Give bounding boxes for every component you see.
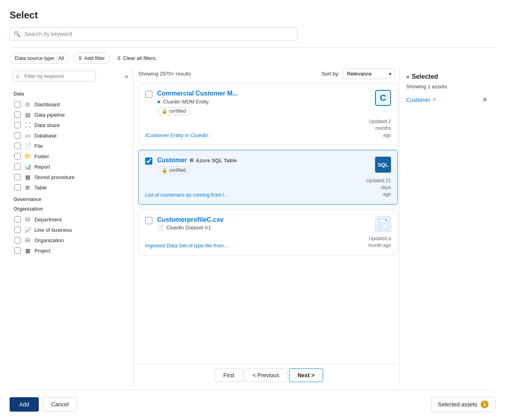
sidebar-item-table[interactable]: ⊞ Table <box>13 182 130 193</box>
checkbox-data-pipeline[interactable] <box>14 111 21 118</box>
checkbox-file[interactable] <box>14 143 21 149</box>
card-2-subtitle: Azure SQL Table <box>196 157 237 163</box>
sidebar-label-database: Database <box>34 133 57 139</box>
sidebar-item-database[interactable]: ▭ Database <box>13 130 130 141</box>
card-2-logo: SQL <box>375 157 391 173</box>
stored-procedure-icon: ▦ <box>24 174 31 180</box>
file-icon: 📄 <box>24 143 31 149</box>
sidebar-label-data-pipeline: Data pipeline <box>34 112 65 118</box>
certified-icon-2: 🔒 <box>162 167 168 173</box>
section-label-governance: Governance <box>13 197 130 202</box>
sidebar-item-data-pipeline[interactable]: ▤ Data pipeline <box>13 109 130 120</box>
sidebar-item-dashboard[interactable]: ⊙ Dashboard <box>13 99 130 109</box>
asset-card-3: CustomerprofileC.csv 📄 Cluedin Dataset V… <box>138 209 398 256</box>
remove-selected-item-button[interactable]: ✕ <box>481 95 489 104</box>
external-link-icon: ↗ <box>432 97 436 102</box>
data-source-type-label: Data source type : All <box>15 55 64 61</box>
sidebar-item-folder[interactable]: 📁 Folder <box>13 151 130 161</box>
cluedin-logo-small-1: ● <box>157 98 160 105</box>
filter-bar: Data source type : All ⧖ Add filter ⧖ Cl… <box>10 52 495 64</box>
results-count: Showing 2970+ results <box>138 71 191 77</box>
sidebar-label-table: Table <box>34 185 47 191</box>
dialog-title: Select <box>10 10 495 21</box>
certified-icon-1: 🔒 <box>162 108 168 114</box>
sidebar-item-organization[interactable]: ⛁ Organization <box>13 235 130 245</box>
checkbox-line-of-business[interactable] <box>14 227 21 233</box>
cancel-button[interactable]: Cancel <box>43 397 77 412</box>
card-1-title[interactable]: Commercial Customer M... <box>157 90 370 97</box>
card-2-title[interactable]: Customer <box>157 157 187 164</box>
clear-filters-button[interactable]: ⧖ Clear all filters <box>114 53 159 63</box>
bottom-bar: Add Cancel Selected assets 1 <box>10 390 495 420</box>
checkbox-folder[interactable] <box>14 153 21 159</box>
card-2-checkbox[interactable] <box>145 157 152 165</box>
sidebar-item-line-of-business[interactable]: 📈 Line of business <box>13 225 130 235</box>
next-button[interactable]: Next > <box>289 368 323 382</box>
card-3-logo: 📄 <box>375 216 391 232</box>
first-button[interactable]: First <box>215 368 242 382</box>
sort-label: Sort by: <box>321 71 339 77</box>
sort-select[interactable]: Relevance Name Updated date <box>343 68 395 79</box>
checkbox-organization[interactable] <box>14 237 21 243</box>
right-panel: » Selected Showing 1 assets Customer ↗ ✕ <box>399 68 495 387</box>
sidebar-label-line-of-business: Line of business <box>34 227 72 233</box>
checkbox-project[interactable] <box>14 247 21 254</box>
card-1-path[interactable]: /Customer Entity in CluedIn <box>145 132 208 138</box>
checkbox-data-share[interactable] <box>14 122 21 128</box>
sidebar-label-file: File <box>34 143 43 149</box>
add-filter-button[interactable]: ⧖ Add filter <box>73 52 110 64</box>
sidebar: ⧖ « Data ⊙ Dashboard ▤ Data pipeline <box>10 68 134 387</box>
sidebar-item-project[interactable]: ▦ Project <box>13 245 130 256</box>
showing-assets-text: Showing 1 assets <box>406 84 489 90</box>
sidebar-filter-input[interactable] <box>13 71 96 82</box>
sidebar-collapse-button[interactable]: « <box>123 71 130 82</box>
checkbox-database[interactable] <box>14 132 21 139</box>
card-3-path[interactable]: Ingested Data Set of type file from... <box>145 243 228 249</box>
data-pipeline-icon: ▤ <box>24 111 31 118</box>
selected-item-link[interactable]: Customer ↗ <box>406 97 436 103</box>
card-1-checkbox[interactable] <box>145 91 152 98</box>
sidebar-item-department[interactable]: ⛁ Department <box>13 214 130 225</box>
checkbox-dashboard[interactable] <box>14 101 21 107</box>
selected-assets-label: Selected assets <box>438 401 477 408</box>
card-3-checkbox[interactable] <box>145 217 152 224</box>
add-button[interactable]: Add <box>10 397 39 412</box>
sidebar-item-data-share[interactable]: ⛶ Data share <box>13 120 130 130</box>
checkbox-report[interactable] <box>14 163 21 170</box>
card-2-type-icon: ⊞ <box>190 157 194 163</box>
card-3-title[interactable]: CustomerprofileC.csv <box>157 216 370 223</box>
card-2-path[interactable]: List of customers as coming from l... <box>145 192 228 198</box>
selected-item-label: Customer <box>406 97 431 103</box>
organization-icon: ⛁ <box>24 237 31 243</box>
previous-button[interactable]: < Previous <box>244 368 288 382</box>
sidebar-item-file[interactable]: 📄 File <box>13 141 130 151</box>
checkbox-department[interactable] <box>14 216 21 223</box>
search-icon: 🔍 <box>14 31 20 37</box>
search-input[interactable] <box>10 27 297 41</box>
clear-filters-label: Clear all filters <box>123 55 156 61</box>
sidebar-item-report[interactable]: 📊 Report <box>13 161 130 172</box>
sidebar-item-stored-procedure[interactable]: ▦ Stored procedure <box>13 172 130 182</box>
asset-card-2: Customer ⊞ Azure SQL Table 🔒 certified S… <box>138 150 398 204</box>
results-bar: Showing 2970+ results Sort by: Relevance… <box>138 68 399 79</box>
checkbox-table[interactable] <box>14 184 21 191</box>
report-icon: 📊 <box>24 163 31 170</box>
checkbox-stored-procedure[interactable] <box>14 174 21 180</box>
sidebar-label-dashboard: Dashboard <box>34 102 60 107</box>
project-icon: ▦ <box>24 247 31 254</box>
sidebar-label-stored-procedure: Stored procedure <box>34 174 74 180</box>
folder-icon: 📁 <box>24 153 31 159</box>
data-source-type-filter[interactable]: Data source type : All <box>10 53 69 64</box>
card-3-updated: Updated amonth ago <box>368 235 391 249</box>
sidebar-label-organization: Organization <box>34 237 64 243</box>
card-1-badge: 🔒 certified <box>157 107 190 115</box>
pagination: First < Previous Next > <box>138 363 399 387</box>
selected-assets-badge[interactable]: Selected assets 1 <box>431 397 495 412</box>
sidebar-label-report: Report <box>34 164 50 170</box>
database-icon: ▭ <box>24 132 31 139</box>
card-1-logo: C <box>375 90 391 106</box>
data-share-icon: ⛶ <box>24 122 31 128</box>
dataset-icon-3: 📄 <box>157 225 164 231</box>
section-label-data: Data <box>13 91 130 97</box>
sidebar-label-data-share: Data share <box>34 122 60 128</box>
